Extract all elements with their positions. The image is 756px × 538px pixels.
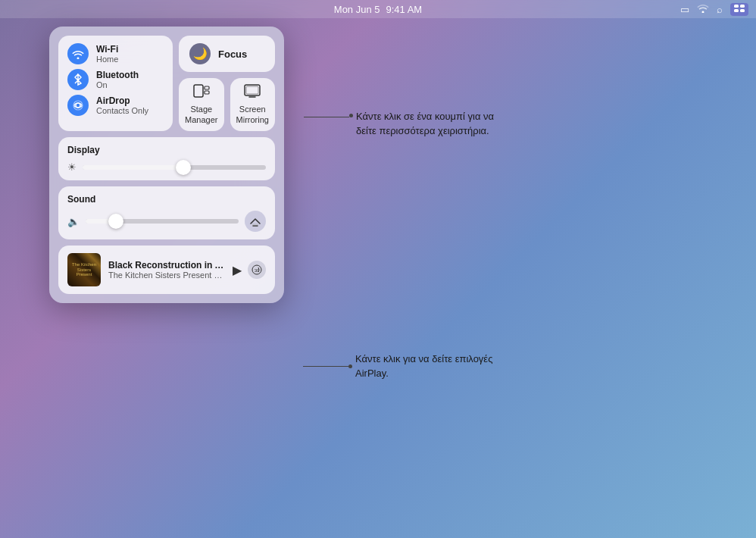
volume-slider[interactable] <box>86 219 239 224</box>
bluetooth-status: On <box>96 80 139 89</box>
bottom-callout: Κάντε κλικ για να δείτε επιλογές AirPlay… <box>303 352 507 381</box>
battery-icon: ▭ <box>680 4 689 15</box>
wifi-status: Home <box>96 55 118 64</box>
airdrop-status: Contacts Only <box>96 106 148 115</box>
top-callout-text: Κάντε κλικ σε ένα κουμπί για να δείτε πε… <box>356 110 508 139</box>
stage-manager-tile[interactable]: Stage Manager <box>179 78 224 131</box>
top-callout: Κάντε κλικ σε ένα κουμπί για να δείτε πε… <box>303 110 508 139</box>
skip-forward-button[interactable]: 30 <box>248 261 266 279</box>
svg-rect-7 <box>205 86 209 89</box>
bluetooth-icon <box>67 69 89 90</box>
screen-mirroring-tile[interactable]: Screen Mirroring <box>230 78 276 131</box>
control-center-panel: Wi-Fi Home Bluetooth On <box>49 27 284 303</box>
airdrop-text: AirDrop Contacts Only <box>96 95 148 115</box>
sound-slider-row: 🔈 <box>67 211 266 232</box>
svg-rect-1 <box>740 5 745 8</box>
airdrop-icon <box>67 95 89 116</box>
right-tiles: 🌙 Focus Stage Manager <box>179 36 275 131</box>
svg-rect-11 <box>252 224 258 226</box>
bottom-right-tiles: Stage Manager Screen Mirroring <box>179 78 275 131</box>
svg-rect-10 <box>246 86 258 94</box>
stage-manager-label: Stage Manager <box>185 105 218 124</box>
svg-point-4 <box>76 103 80 108</box>
svg-rect-8 <box>205 91 209 94</box>
menubar-icons: ▭ ⌕ <box>680 3 748 16</box>
display-slider-row: ☀ <box>67 161 266 173</box>
callout-dot-bottom <box>348 364 352 368</box>
display-section: Display ☀ <box>58 137 275 180</box>
focus-label: Focus <box>218 48 247 60</box>
bluetooth-label: Bluetooth <box>96 70 139 80</box>
bluetooth-text: Bluetooth On <box>96 70 139 89</box>
track-artist: The Kitchen Sisters Present – March 7, 2… <box>108 271 225 280</box>
album-art: The Kitchen Sisters Present <box>67 253 101 286</box>
screen-mirroring-icon <box>244 84 261 102</box>
track-info: Black Reconstruction in America... The K… <box>108 260 225 280</box>
focus-tile[interactable]: 🌙 Focus <box>179 36 275 72</box>
svg-rect-3 <box>740 9 745 12</box>
album-art-inner: The Kitchen Sisters Present <box>67 253 101 286</box>
svg-rect-0 <box>734 5 739 8</box>
volume-thumb[interactable] <box>108 214 123 229</box>
brightness-thumb[interactable] <box>176 160 191 175</box>
airdrop-label: AirDrop <box>96 95 148 106</box>
airdrop-item[interactable]: AirDrop Contacts Only <box>67 95 164 116</box>
svg-rect-6 <box>194 85 203 97</box>
wifi-text: Wi-Fi Home <box>96 44 118 64</box>
display-label: Display <box>67 145 266 155</box>
wifi-item[interactable]: Wi-Fi Home <box>67 43 164 64</box>
sound-label: Sound <box>67 194 266 205</box>
menubar: Mon Jun 5 9:41 AM ▭ ⌕ <box>0 0 756 18</box>
search-icon[interactable]: ⌕ <box>717 4 723 15</box>
menubar-date: Mon Jun 5 <box>334 4 380 15</box>
top-section: Wi-Fi Home Bluetooth On <box>58 36 275 131</box>
svg-point-5 <box>73 101 83 110</box>
svg-rect-2 <box>734 9 739 12</box>
callout-line-bottom <box>303 366 348 367</box>
wifi-menubar-icon <box>697 3 709 15</box>
wifi-icon <box>67 43 89 64</box>
callout-dot-top <box>349 114 353 117</box>
screen-mirroring-label: Screen Mirroring <box>236 105 270 124</box>
brightness-icon: ☀ <box>67 161 77 173</box>
menubar-time: 9:41 AM <box>386 4 423 15</box>
track-title: Black Reconstruction in America... <box>108 260 225 271</box>
bluetooth-item[interactable]: Bluetooth On <box>67 69 164 90</box>
network-tile: Wi-Fi Home Bluetooth On <box>58 36 173 131</box>
airplay-button[interactable] <box>245 211 266 232</box>
sound-section: Sound 🔈 <box>58 186 275 239</box>
focus-icon: 🌙 <box>189 43 211 64</box>
brightness-slider[interactable] <box>83 165 266 170</box>
bottom-callout-text: Κάντε κλικ για να δείτε επιλογές AirPlay… <box>355 352 507 381</box>
play-button[interactable]: ▶ <box>233 263 242 277</box>
control-center-icon[interactable] <box>730 3 748 16</box>
stage-manager-icon <box>193 84 210 102</box>
callout-line-top <box>304 117 349 117</box>
now-playing-section: The Kitchen Sisters Present Black Recons… <box>58 246 275 294</box>
wifi-label: Wi-Fi <box>96 44 118 55</box>
volume-icon: 🔈 <box>67 216 80 227</box>
brightness-fill <box>83 165 183 170</box>
playback-controls: ▶ 30 <box>233 261 266 279</box>
